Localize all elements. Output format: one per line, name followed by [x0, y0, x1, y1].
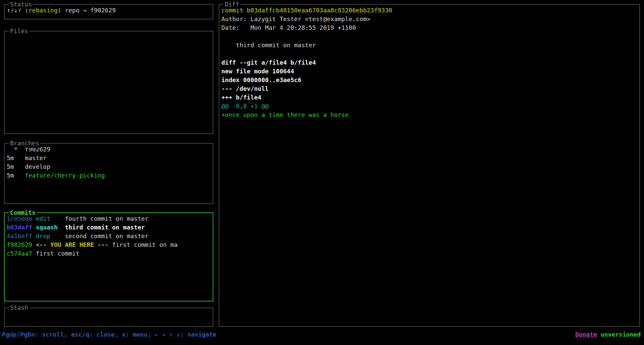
- stash-list-empty: [5, 308, 213, 311]
- bottom-statusbar: PgUp/PgDn: scroll, esc/q: close, x: menu…: [2, 330, 641, 340]
- diff-hunk-header-line: @@ -0,0 +1 @@: [221, 102, 637, 111]
- keybindings-help: PgUp/PgDn: scroll, esc/q: close, x: menu…: [2, 330, 216, 340]
- donate-link[interactable]: Donate: [575, 331, 597, 338]
- diff-commit-sha-line: commit b03daffcb48150eaa6703aa8c83206ebb…: [221, 6, 637, 15]
- branch-name: master: [25, 154, 47, 161]
- branches-panel-title: Branches: [9, 139, 41, 148]
- diff-blank-line: [221, 50, 637, 58]
- commit-row[interactable]: c574aa7 first commit: [7, 249, 211, 258]
- rebase-action-drop: drop: [36, 232, 65, 239]
- branch-row-develop[interactable]: 5m develop: [7, 162, 211, 171]
- commit-hash: c574aa7: [7, 250, 36, 257]
- diff-new-path-line: +++ b/file4: [221, 93, 637, 102]
- branch-name: develop: [25, 163, 50, 170]
- commit-hash: f902629: [7, 241, 36, 248]
- repo-name: repo → f902629: [61, 7, 116, 14]
- diff-commit-message-line: third commit on master: [221, 41, 637, 50]
- commit-subject: third commit on master: [65, 224, 145, 231]
- commit-subject: fourth commit on master: [65, 215, 148, 222]
- diff-author-line: Author: Lazygit Tester <test@example.com…: [221, 15, 637, 23]
- diff-index-line: index 0000000..e3ae5c6: [221, 76, 637, 84]
- diff-date-line: Date: Mon Mar 4 20:28:55 2019 +1100: [221, 23, 637, 32]
- status-panel-title: Status: [9, 0, 33, 9]
- status-panel[interactable]: Status ↑?↓? (rebasing) repo → f902629: [4, 4, 213, 19]
- diff-panel-title: Diff: [223, 0, 240, 9]
- branch-row-master[interactable]: 5m master: [7, 154, 211, 162]
- rebase-action-edit: edit: [36, 215, 65, 222]
- files-panel[interactable]: Files: [4, 31, 213, 134]
- status-line: ↑?↓? (rebasing) repo → f902629: [7, 6, 211, 15]
- diff-content[interactable]: commit b03daffcb48150eaa6703aa8c83206ebb…: [219, 5, 639, 121]
- files-list-empty: [5, 31, 213, 34]
- rebase-action-squash: squash: [36, 224, 65, 231]
- branch-row-feature-cherry-picking[interactable]: 5m feature/cherry-picking: [7, 171, 211, 180]
- stash-panel-title: Stash: [9, 303, 30, 312]
- commit-row-you-are-here[interactable]: f902629 <-- YOU ARE HERE --- first commi…: [7, 240, 211, 249]
- branch-name: feature/cherry-picking: [25, 172, 105, 179]
- commit-hash: 4a16eff: [7, 232, 36, 239]
- commit-subject: first commit on ma: [112, 241, 177, 248]
- commit-subject: second commit on master: [65, 232, 148, 239]
- version-label: unversioned: [601, 331, 641, 338]
- branch-recency: 5m: [7, 154, 25, 161]
- commit-hash: b03daff: [7, 224, 36, 231]
- diff-newfile-line: new file mode 100644: [221, 67, 637, 76]
- branches-panel[interactable]: Branches * f902629 5m master 5m develop …: [4, 143, 213, 204]
- diff-blank-line: [221, 32, 637, 41]
- commit-row[interactable]: 1c05dd8 edit fourth commit on master: [7, 214, 211, 223]
- commit-row[interactable]: 4a16eff drop second commit on master: [7, 232, 211, 240]
- stash-panel[interactable]: Stash: [4, 307, 213, 327]
- statusbar-right: Donate unversioned: [575, 330, 641, 340]
- branch-recency: 5m: [7, 172, 25, 179]
- branch-recency: 5m: [7, 163, 25, 170]
- commit-subject: first commit: [36, 250, 79, 257]
- diff-added-line: +once upon a time there was a horse: [221, 111, 637, 119]
- diff-panel[interactable]: Diff commit b03daffcb48150eaa6703aa8c832…: [219, 4, 640, 327]
- you-are-here-marker: <-- YOU ARE HERE ---: [36, 241, 112, 248]
- commit-row-selected[interactable]: b03daff squash third commit on master: [7, 223, 211, 232]
- files-panel-title: Files: [9, 27, 30, 36]
- diff-header-line: diff --git a/file4 b/file4: [221, 58, 637, 67]
- commits-panel-title: Commits: [9, 208, 37, 217]
- commits-panel[interactable]: Commits 1c05dd8 edit fourth commit on ma…: [4, 212, 213, 301]
- diff-old-path-line: --- /dev/null: [221, 84, 637, 93]
